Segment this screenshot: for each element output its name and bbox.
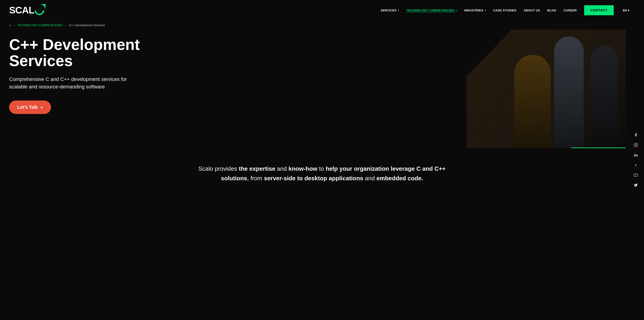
hero-subtitle: Comprehensive C and C++ development serv…: [9, 75, 136, 90]
header: SCAL SERVICES ▾ TECHNOLOGY COMPETENCIES …: [0, 0, 644, 21]
svg-rect-3: [634, 154, 635, 156]
nav-item-industries[interactable]: INDUSTRIES ▾: [464, 9, 486, 12]
nav-item-services[interactable]: SERVICES ▾: [381, 9, 399, 12]
double-chevron-icon: »: [40, 105, 43, 110]
hero-content: C++ Development Services Comprehensive C…: [9, 34, 164, 114]
instagram-icon[interactable]: [633, 142, 638, 148]
svg-point-0: [35, 6, 44, 14]
crunchbase-icon[interactable]: c: [633, 162, 638, 168]
breadcrumb-arrow-2: →: [64, 24, 67, 27]
hero-polygon: [466, 30, 626, 148]
language-selector[interactable]: EN ▾: [623, 9, 630, 12]
lower-section: Scalo provides the expertise and know-ho…: [0, 148, 644, 197]
logo-text: SCAL: [9, 6, 34, 15]
nav-item-tech[interactable]: TECHNOLOGY COMPETENCIES ▾: [406, 9, 457, 12]
social-sidebar: c: [633, 132, 638, 188]
svg-rect-1: [634, 143, 638, 147]
chevron-down-icon: ▾: [456, 9, 457, 12]
linkedin-icon[interactable]: [633, 152, 638, 158]
nav-item-aboutus[interactable]: ABOUT US: [524, 9, 540, 12]
logo[interactable]: SCAL: [9, 4, 46, 17]
nav-item-career[interactable]: CAREER: [564, 9, 577, 12]
hero-title: C++ Development Services: [9, 37, 164, 69]
hero-image: [466, 30, 626, 148]
home-icon[interactable]: ⌂: [9, 23, 11, 27]
hero-section: C++ Development Services Comprehensive C…: [0, 30, 644, 148]
breadcrumb-arrow: →: [13, 24, 16, 27]
lets-talk-button[interactable]: Let's Talk »: [9, 100, 51, 114]
logo-icon: [33, 4, 46, 17]
nav-item-casestudies[interactable]: CASE STUDIES: [493, 9, 516, 12]
nav-item-blog[interactable]: BLOG: [547, 9, 556, 12]
breadcrumb-tech-link[interactable]: TECHNOLOGY COMPETENCIES: [17, 24, 62, 27]
breadcrumb-current: C++ Development Services: [69, 24, 105, 27]
green-accent-bar: [571, 147, 626, 148]
chevron-down-icon: ▾: [628, 9, 630, 12]
chevron-down-icon: ▾: [485, 9, 486, 12]
hero-overlay: [466, 30, 626, 148]
chevron-down-icon: ▾: [398, 9, 399, 12]
lower-description: Scalo provides the expertise and know-ho…: [197, 164, 447, 183]
svg-marker-5: [635, 175, 636, 176]
svg-point-4: [634, 153, 635, 154]
main-nav: SERVICES ▾ TECHNOLOGY COMPETENCIES ▾ IND…: [46, 5, 635, 15]
youtube-icon[interactable]: [633, 172, 638, 178]
contact-button[interactable]: CONTACT: [584, 5, 614, 15]
breadcrumb: ⌂ → TECHNOLOGY COMPETENCIES → C++ Develo…: [0, 21, 644, 30]
twitter-icon[interactable]: [633, 182, 638, 188]
facebook-icon[interactable]: [633, 132, 638, 138]
